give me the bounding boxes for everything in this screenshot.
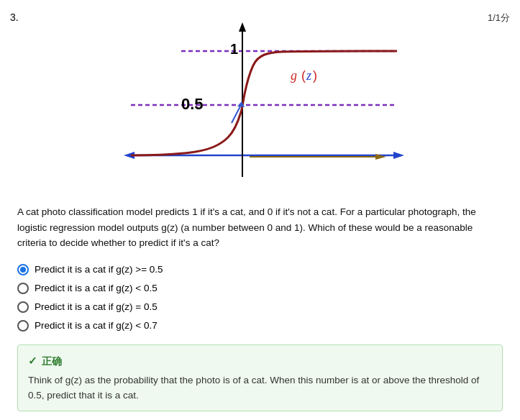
svg-text:g: g bbox=[291, 68, 297, 83]
score-badge: 1/1分 bbox=[488, 12, 510, 24]
option-item-3[interactable]: Predict it is a cat if g(z) = 0.5 bbox=[17, 301, 503, 313]
page-container: 3. 1/1分 1 bbox=[0, 0, 520, 420]
option-label-1: Predict it is a cat if g(z) >= 0.5 bbox=[35, 264, 163, 275]
svg-text:1: 1 bbox=[230, 41, 238, 57]
options-list: Predict it is a cat if g(z) >= 0.5 Predi… bbox=[17, 264, 503, 332]
svg-text:0.5: 0.5 bbox=[181, 95, 204, 113]
feedback-header: ✓ 正确 bbox=[28, 352, 492, 370]
question-text: A cat photo classification model predict… bbox=[17, 204, 503, 251]
feedback-status: 正确 bbox=[42, 353, 62, 369]
radio-button-3[interactable] bbox=[17, 301, 29, 313]
option-item-2[interactable]: Predict it is a cat if g(z) < 0.5 bbox=[17, 283, 503, 294]
radio-inner-1 bbox=[20, 267, 26, 273]
graph-area: 1 0.5 g ( z ) bbox=[109, 19, 411, 191]
svg-text:): ) bbox=[313, 68, 317, 83]
feedback-text: Think of g(z) as the probability that th… bbox=[28, 373, 492, 403]
check-icon: ✓ bbox=[28, 352, 37, 370]
svg-text:z: z bbox=[306, 68, 311, 83]
feedback-box: ✓ 正确 Think of g(z) as the probability th… bbox=[17, 344, 503, 411]
sigmoid-graph: 1 0.5 g ( z ) bbox=[109, 19, 411, 191]
option-item-1[interactable]: Predict it is a cat if g(z) >= 0.5 bbox=[17, 264, 503, 275]
option-label-2: Predict it is a cat if g(z) < 0.5 bbox=[35, 283, 158, 293]
question-number: 3. bbox=[10, 12, 19, 23]
option-label-4: Predict it is a cat if g(z) < 0.7 bbox=[35, 320, 158, 331]
option-label-3: Predict it is a cat if g(z) = 0.5 bbox=[35, 301, 158, 312]
svg-text:(: ( bbox=[301, 68, 306, 83]
radio-button-4[interactable] bbox=[17, 320, 29, 332]
option-item-4[interactable]: Predict it is a cat if g(z) < 0.7 bbox=[17, 320, 503, 332]
radio-button-1[interactable] bbox=[17, 264, 29, 275]
radio-button-2[interactable] bbox=[17, 283, 29, 294]
